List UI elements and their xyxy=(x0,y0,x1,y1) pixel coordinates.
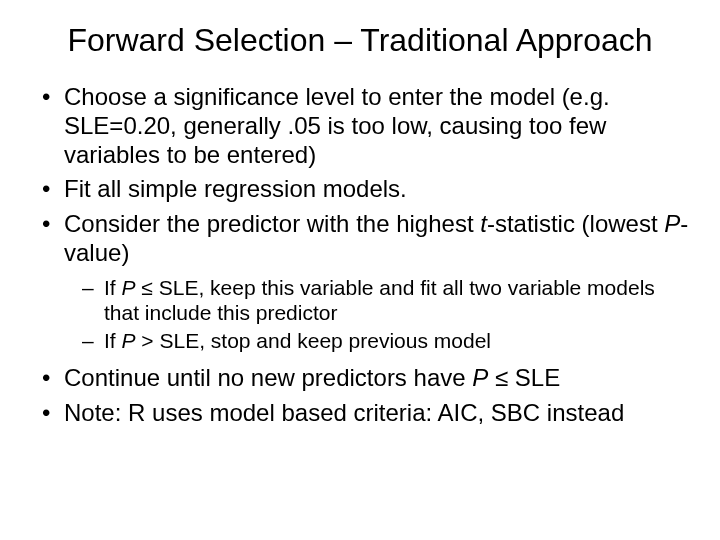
bullet-text: Note: R uses model based criteria: AIC, … xyxy=(64,399,624,426)
slide-title: Forward Selection – Traditional Approach xyxy=(30,22,690,59)
bullet-text: -statistic (lowest xyxy=(487,210,664,237)
italic-p: P xyxy=(122,276,136,299)
italic-p: P xyxy=(122,329,136,352)
bullet-text: Choose a significance level to enter the… xyxy=(64,83,610,168)
sub-bullet-text: If xyxy=(104,329,122,352)
sub-bullet-item: If P > SLE, stop and keep previous model xyxy=(82,329,690,354)
sub-bullet-item: If P ≤ SLE, keep this variable and fit a… xyxy=(82,276,690,326)
sub-bullet-text: If xyxy=(104,276,122,299)
bullet-text: Fit all simple regression models. xyxy=(64,175,407,202)
bullet-item: Choose a significance level to enter the… xyxy=(36,83,690,169)
italic-p: P xyxy=(664,210,680,237)
slide: Forward Selection – Traditional Approach… xyxy=(0,0,720,540)
italic-t: t xyxy=(480,210,487,237)
sub-bullet-text: ≤ SLE, keep this variable and fit all tw… xyxy=(104,276,655,324)
bullet-list: Choose a significance level to enter the… xyxy=(36,83,690,428)
bullet-text: Continue until no new predictors have xyxy=(64,364,472,391)
sub-bullet-list: If P ≤ SLE, keep this variable and fit a… xyxy=(82,276,690,354)
sub-bullet-text: > SLE, stop and keep previous model xyxy=(136,329,491,352)
bullet-item: Continue until no new predictors have P … xyxy=(36,364,690,393)
bullet-item: Fit all simple regression models. xyxy=(36,175,690,204)
bullet-text: ≤ SLE xyxy=(488,364,560,391)
italic-p: P xyxy=(472,364,488,391)
bullet-item: Note: R uses model based criteria: AIC, … xyxy=(36,399,690,428)
bullet-item: Consider the predictor with the highest … xyxy=(36,210,690,354)
bullet-text: Consider the predictor with the highest xyxy=(64,210,480,237)
